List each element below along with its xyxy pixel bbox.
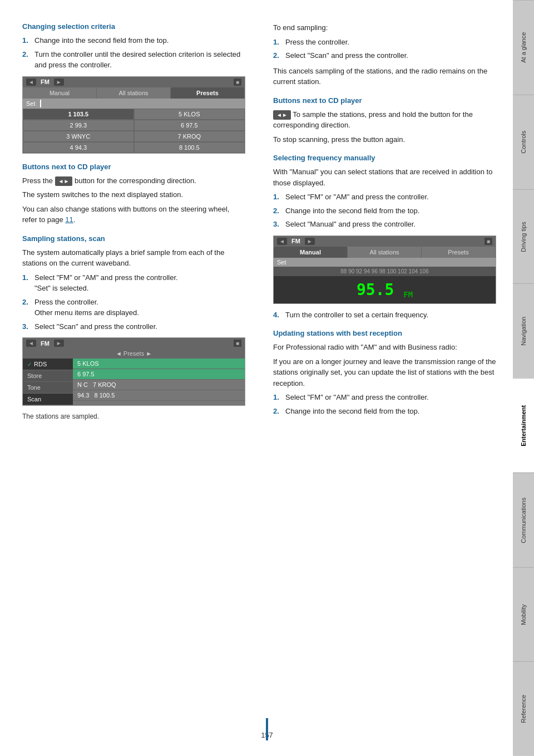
radio-tab-all[interactable]: All stations bbox=[97, 87, 171, 99]
updating-intro: For Professional radio with "AM" and wit… bbox=[273, 342, 496, 353]
buttons-cd-text3: You can also change stations with button… bbox=[22, 204, 245, 225]
sidebar-tab-reference[interactable]: Reference bbox=[513, 661, 534, 756]
radio-tab-presets[interactable]: Presets bbox=[171, 87, 245, 99]
radio-corner3: ◄ bbox=[26, 340, 36, 347]
step-number: 3. bbox=[273, 219, 282, 230]
step-text: Select "FM" or "AM" and press the contro… bbox=[34, 272, 178, 294]
radio-ui-scan: ◄ FM ► ■ ◄ Presets ► ✓ RDS Store Tone Sc… bbox=[22, 337, 245, 406]
cd-right-text1: ◄► To sample the stations, press and hol… bbox=[273, 109, 496, 131]
section-title-sampling: Sampling stations, scan bbox=[22, 234, 245, 243]
section-title-buttons-cd-right: Buttons next to CD player bbox=[273, 96, 496, 105]
end-sampling-note: This cancels sampling of the stations, a… bbox=[273, 66, 496, 87]
station-cell: 3 WNYC bbox=[23, 131, 134, 142]
list-item: 1. Change into the second field from the… bbox=[22, 35, 245, 46]
station-cell: 8 100.5 bbox=[134, 142, 245, 153]
radio-fm-label: FM bbox=[41, 78, 50, 85]
radio-tab-manual2[interactable]: Manual bbox=[274, 247, 348, 258]
radio-corner5: ◄ bbox=[277, 238, 287, 245]
menu-item-store[interactable]: Store bbox=[23, 370, 73, 382]
cd-btn-icon-right: ◄► bbox=[273, 110, 291, 120]
radio-tab-all2[interactable]: All stations bbox=[348, 247, 422, 258]
presets-row: ◄ Presets ► bbox=[23, 348, 245, 359]
list-item: 3. Select "Manual" and press the control… bbox=[273, 219, 496, 230]
radio-set-row2: Set bbox=[274, 258, 496, 267]
radio-tab-manual[interactable]: Manual bbox=[23, 87, 97, 99]
list-item: 2. Turn the controller until the desired… bbox=[22, 49, 245, 71]
radio-tab-presets2[interactable]: Presets bbox=[422, 247, 496, 258]
radio-ui-freq: ◄ FM ► ■ Manual All stations Presets Set… bbox=[273, 235, 496, 304]
cd-button-icon: ◄► bbox=[55, 176, 73, 186]
radio-top-bar: ◄ FM ► ■ bbox=[23, 77, 245, 87]
list-item: 2. Change into the second field from the… bbox=[273, 406, 496, 417]
set-label: Set bbox=[26, 100, 36, 107]
step-number: 2. bbox=[273, 50, 282, 61]
set-label2: Set bbox=[277, 259, 286, 266]
sidebar-tab-communications[interactable]: Communications bbox=[513, 473, 534, 567]
radio-corner6: ► bbox=[305, 238, 315, 245]
radio-tabs-row: Manual All stations Presets bbox=[23, 87, 245, 99]
step-number: 1. bbox=[22, 35, 31, 46]
step-text: Select "Scan" and press the controller. bbox=[285, 50, 408, 61]
sidebar: At a glance Controls Driving tips Naviga… bbox=[513, 0, 534, 756]
radio-top-bar2: ◄ FM ► ■ bbox=[23, 338, 245, 348]
list-item: 1. Select "FM" or "AM" and press the con… bbox=[273, 392, 496, 403]
menu-item-scan[interactable]: Scan bbox=[23, 394, 73, 405]
updating-text1: If you are on a longer journey and leave… bbox=[273, 356, 496, 389]
sidebar-tab-at-a-glance[interactable]: At a glance bbox=[513, 0, 534, 95]
step-number: 1. bbox=[273, 37, 282, 48]
section-title-updating-stations: Updating stations with best reception bbox=[273, 329, 496, 337]
big-freq-display: 95.5 FM bbox=[274, 276, 496, 303]
radio-set-row: Set bbox=[23, 99, 245, 109]
radio-fm2: FM bbox=[41, 340, 50, 347]
radio-corner-btn: ◄ bbox=[26, 78, 36, 86]
radio-top-bar3: ◄ FM ► ■ bbox=[274, 236, 496, 247]
sidebar-tab-navigation[interactable]: Navigation bbox=[513, 283, 534, 378]
station-cell: 7 KROQ bbox=[134, 131, 245, 142]
sidebar-tab-controls[interactable]: Controls bbox=[513, 95, 534, 189]
station-list: 5 KLOS 6 97.5 N C 7 KROQ 94.3 8 100.5 bbox=[73, 359, 245, 405]
sidebar-tab-driving-tips[interactable]: Driving tips bbox=[513, 189, 534, 284]
step-text: Turn the controller until the desired se… bbox=[34, 49, 245, 71]
menu-item-rds[interactable]: ✓ RDS bbox=[23, 359, 73, 370]
sidebar-tab-mobility[interactable]: Mobility bbox=[513, 567, 534, 662]
list-item: 2. Select "Scan" and press the controlle… bbox=[273, 50, 496, 61]
right-column: To end sampling: 1. Press the controller… bbox=[268, 22, 496, 427]
step-number: 3. bbox=[22, 321, 31, 332]
set-indicator bbox=[40, 100, 41, 107]
station-cell: 2 99.3 bbox=[23, 120, 134, 131]
buttons-cd-text: Press the ◄► button for the correspondin… bbox=[22, 175, 245, 186]
section-title-buttons-cd-left: Buttons next to CD player bbox=[22, 163, 245, 171]
list-item: 3. Select "Scan" and press the controlle… bbox=[22, 321, 245, 332]
sampling-steps: 1. Select "FM" or "AM" and press the con… bbox=[22, 272, 245, 332]
radio-corner4: ► bbox=[54, 340, 64, 347]
scan-menu-grid: ✓ RDS Store Tone Scan 5 KLOS 6 97.5 N C … bbox=[23, 359, 245, 405]
station-cell: 4 94.3 bbox=[23, 142, 134, 153]
menu-item-tone[interactable]: Tone bbox=[23, 382, 73, 394]
step-text: Change into the second field from the to… bbox=[285, 205, 419, 217]
station-cell: 1 103.5 bbox=[23, 109, 134, 120]
station-cell: 5 KLOS bbox=[134, 109, 245, 120]
step-text: Select "FM" or "AM" and press the contro… bbox=[285, 192, 429, 203]
step-text: Press the controller.Other menu items ar… bbox=[34, 297, 139, 318]
radio-tabs-row2: Manual All stations Presets bbox=[274, 247, 496, 258]
check-icon: ✓ bbox=[27, 361, 32, 367]
section-title-select-freq: Selecting frequency manually bbox=[273, 154, 496, 162]
radio-corner-right: ■ bbox=[234, 78, 241, 86]
freq-fm-sub: FM bbox=[403, 290, 413, 299]
left-column: Changing selection criteria 1. Change in… bbox=[22, 22, 251, 427]
select-freq-intro: With "Manual" you can select stations th… bbox=[273, 166, 496, 188]
changing-selection-steps: 1. Change into the second field from the… bbox=[22, 35, 245, 71]
page-ref-link[interactable]: 11 bbox=[65, 215, 73, 224]
step-number: 1. bbox=[273, 392, 282, 403]
list-item: 1. Press the controller. bbox=[273, 37, 496, 48]
station-item: 5 KLOS bbox=[73, 359, 245, 369]
sidebar-tab-entertainment[interactable]: Entertainment bbox=[513, 378, 534, 473]
station-grid: 1 103.5 5 KLOS 2 99.3 6 97.5 3 WNYC 7 KR… bbox=[23, 109, 245, 153]
page-line bbox=[266, 718, 268, 740]
buttons-cd-text2: The system switches to the next displaye… bbox=[22, 189, 245, 200]
radio-icon-right2: ■ bbox=[234, 340, 241, 347]
step-number: 2. bbox=[273, 205, 282, 217]
step-number: 1. bbox=[22, 272, 31, 294]
step-number: 2. bbox=[22, 297, 31, 318]
main-content: Changing selection criteria 1. Change in… bbox=[0, 0, 513, 449]
